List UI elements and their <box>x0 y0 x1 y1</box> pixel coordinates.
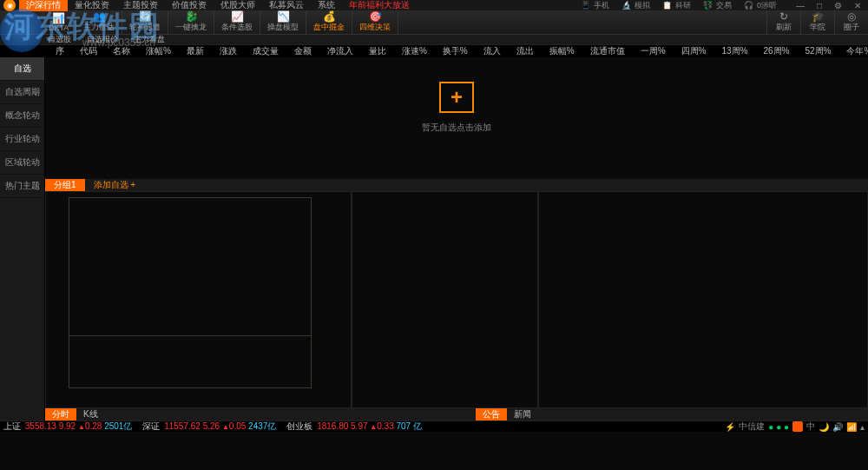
sidebar-item-industry[interactable]: 行业轮动 <box>0 128 44 151</box>
status-cy[interactable]: 创业板 1816.80 5.97 ▲0.33 707 亿 <box>286 420 422 433</box>
table-column-headers: 序 代码 名称 涨幅% 最新 涨跌 成交量 金额 净流入 量比 涨速% 换手% … <box>0 45 868 57</box>
target-icon: 🎯 <box>369 11 382 22</box>
tray-net-icon[interactable]: 📶 <box>846 422 857 432</box>
col-ratio[interactable]: 量比 <box>361 45 394 57</box>
group-tabs: 分组1 添加自选 + <box>45 179 868 191</box>
tool-circle[interactable]: ◎圈子 <box>834 10 868 34</box>
col-netflow[interactable]: 净流入 <box>319 45 361 57</box>
top-research[interactable]: 📋科研 <box>659 0 698 11</box>
minimize-icon[interactable]: — <box>792 1 808 10</box>
sidebar-item-concept[interactable]: 概念轮动 <box>0 104 44 128</box>
col-speed[interactable]: 涨速% <box>394 45 435 57</box>
tab-announce[interactable]: 公告 <box>476 408 507 420</box>
sidebar-item-hot[interactable]: 热门主题 <box>0 175 44 198</box>
tool-dkta[interactable]: 📊DKTA <box>42 10 76 34</box>
plus-icon: + <box>450 85 463 109</box>
tab-group1[interactable]: 分组1 <box>45 179 85 191</box>
empty-message: 暂无自选点击添加 <box>422 122 491 134</box>
tool-channel[interactable]: 🔄轮神通道 <box>122 10 168 34</box>
tab-kline[interactable]: K线 <box>76 408 105 420</box>
sub-nav-bar: 自选股 自选报价 主力看盘 <box>0 35 868 45</box>
col-amt[interactable]: 金额 <box>286 45 319 57</box>
tray-ime-icon[interactable]: 中 <box>806 420 815 433</box>
lower-tab-bar: 分时 K线 公告 新闻 <box>45 408 868 420</box>
tool-radar[interactable]: 👥主力雷达 <box>76 10 122 34</box>
dragon-icon: 🐉 <box>185 11 198 22</box>
col-latest[interactable]: 最新 <box>179 45 212 57</box>
minute-chart[interactable] <box>69 197 312 336</box>
col-pct[interactable]: 涨幅% <box>138 45 179 57</box>
tray-moon-icon[interactable]: 🌙 <box>819 422 829 432</box>
empty-state: + 暂无自选点击添加 <box>422 82 491 134</box>
col-inflow[interactable]: 流入 <box>476 45 509 57</box>
school-icon: 🎓 <box>812 11 825 22</box>
top-phone[interactable]: 📱手机 <box>577 0 616 11</box>
window-controls: — □ ⚙ ✕ <box>792 1 865 10</box>
col-seq[interactable]: 序 <box>48 45 72 57</box>
top-menu-bar: ◉ 沪深行情 量化投资 主题投资 价值投资 优股大师 私募风云 系统 年前福利大… <box>0 0 868 10</box>
tray-icon-1[interactable] <box>792 421 803 432</box>
people-icon: 👥 <box>93 11 106 22</box>
top-sim[interactable]: 🔬模拟 <box>618 0 657 11</box>
tool-refresh[interactable]: ↻刷新 <box>766 10 800 34</box>
status-bar: 上证 3558.13 9.92 ▲0.28 2501亿 深证 11557.62 … <box>0 420 868 432</box>
col-1w[interactable]: 一周% <box>633 45 674 57</box>
subnav-quote[interactable]: 自选报价 <box>87 34 118 45</box>
tool-dragon[interactable]: 🐉一键擒龙 <box>168 10 214 34</box>
add-stock-button[interactable]: + <box>439 82 474 113</box>
col-vol[interactable]: 成交量 <box>245 45 286 57</box>
chart-panel-1 <box>45 191 352 408</box>
tool-gold[interactable]: 💰盘中掘金 <box>306 10 352 34</box>
subnav-main[interactable]: 主力看盘 <box>134 34 165 45</box>
content-area: + 暂无自选点击添加 分组1 添加自选 + 分时 K线 公告 新闻 <box>45 57 868 420</box>
watchlist-panel: + 暂无自选点击添加 <box>45 57 868 179</box>
circle-icon: ◎ <box>847 11 856 22</box>
volume-chart[interactable] <box>69 336 312 388</box>
tab-minute[interactable]: 分时 <box>45 408 76 420</box>
col-52w[interactable]: 52周% <box>797 45 838 57</box>
tool-condition[interactable]: 📈条件选股 <box>214 10 260 34</box>
tool-model[interactable]: 📉操盘模型 <box>260 10 306 34</box>
col-amp[interactable]: 振幅% <box>542 45 582 57</box>
trend-down-icon: 📉 <box>277 11 290 22</box>
top-listen[interactable]: 🎧0涉听 <box>740 0 784 11</box>
sidebar-item-region[interactable]: 区域轮动 <box>0 151 44 175</box>
col-name[interactable]: 名称 <box>105 45 138 57</box>
col-code[interactable]: 代码 <box>72 45 105 57</box>
tray-chevron-icon[interactable]: ▴ <box>860 422 865 432</box>
lower-panels <box>45 191 868 408</box>
status-sh[interactable]: 上证 3558.13 9.92 ▲0.28 2501亿 <box>3 420 132 433</box>
main-content: 自选 自选周期 概念轮动 行业轮动 区域轮动 热门主题 + 暂无自选点击添加 分… <box>0 57 868 420</box>
col-ytd[interactable]: 今年% <box>838 45 868 57</box>
subnav-self[interactable]: 自选股 <box>48 34 71 45</box>
tool-academy[interactable]: 🎓学院 <box>800 10 834 34</box>
close-icon[interactable]: ✕ <box>851 1 865 10</box>
tab-news[interactable]: 新闻 <box>507 408 538 420</box>
col-13w[interactable]: 13周% <box>713 45 755 57</box>
col-outflow[interactable]: 流出 <box>509 45 542 57</box>
status-sz[interactable]: 深证 11557.62 5.26 ▲0.05 2437亿 <box>142 420 276 433</box>
trend-up-icon: 📈 <box>231 11 244 22</box>
settings-icon[interactable]: ⚙ <box>831 1 845 10</box>
maximize-icon[interactable]: □ <box>813 1 825 10</box>
broker-name: 中信建 <box>739 420 765 433</box>
refresh-icon: ↻ <box>779 11 788 22</box>
connection-icon[interactable]: ⚡ <box>725 422 735 432</box>
news-panel <box>538 191 868 408</box>
col-mktcap[interactable]: 流通市值 <box>582 45 633 57</box>
col-chg[interactable]: 涨跌 <box>212 45 245 57</box>
tray-sound-icon[interactable]: 🔊 <box>832 422 843 432</box>
sidebar-item-self[interactable]: 自选 <box>0 57 44 81</box>
tab-add-group[interactable]: 添加自选 + <box>85 179 145 191</box>
main-toolbar: 📊DKTA 👥主力雷达 🔄轮神通道 🐉一键擒龙 📈条件选股 📉操盘模型 💰盘中掘… <box>0 10 868 35</box>
tool-4d[interactable]: 🎯四维决策 <box>352 10 398 34</box>
col-26w[interactable]: 26周% <box>755 45 797 57</box>
top-right-menu: 📱手机 🔬模拟 📋科研 💱交易 🎧0涉听 — □ ⚙ ✕ <box>577 0 865 11</box>
chart-icon: 📊 <box>52 13 65 23</box>
sidebar-item-period[interactable]: 自选周期 <box>0 81 44 104</box>
top-trade[interactable]: 💱交易 <box>700 0 739 11</box>
chart-panel-2 <box>352 191 538 408</box>
col-turnover[interactable]: 换手% <box>435 45 476 57</box>
col-4w[interactable]: 四周% <box>674 45 714 57</box>
cycle-icon: 🔄 <box>139 11 152 22</box>
